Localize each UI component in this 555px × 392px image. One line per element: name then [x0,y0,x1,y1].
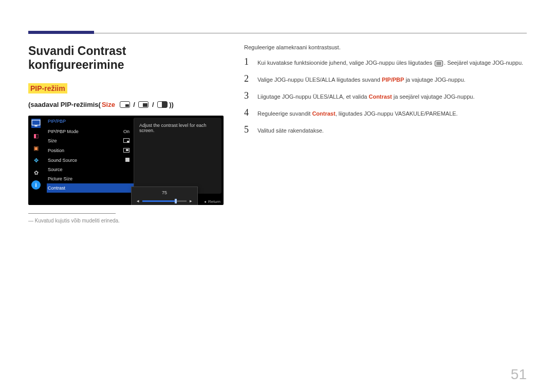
display-tab-icon[interactable] [31,119,41,128]
menu-icon [435,61,443,66]
slider-left-arrow-icon[interactable]: ◂ [137,198,139,203]
menu-item-picture-size[interactable]: Picture Size [47,174,134,183]
slider-fill [142,200,176,202]
info-tab-icon[interactable]: i [31,180,41,190]
size-glyph-icon [123,138,130,143]
step-post: ja vajutage JOG-nuppu. [404,77,465,83]
size-small-icon [120,101,130,108]
menu-item-size[interactable]: Size [47,136,134,146]
step-post: , liigutades JOG-nuppu VASAKULE/PAREMALE… [336,110,458,117]
step-number: 2 [244,73,250,84]
menu-item-position[interactable]: Position [47,146,134,156]
menu-item-sound[interactable]: Sound Source [47,156,134,165]
subtitle-prefix: (saadaval PIP-režiimis( [28,101,101,108]
subtitle-size-word: Size [102,101,115,108]
menu-item-contrast[interactable]: Contrast [47,183,134,193]
menu-item-mode[interactable]: PIP/PBP Mode On [47,127,134,136]
svg-rect-0 [32,120,40,125]
footnote: ― Kuvatud kujutis võib mudeliti erineda. [28,218,224,223]
slider-thumb[interactable] [175,199,177,203]
step-pre: Valitud säte rakendatakse. [257,127,324,134]
step-item: 2 Valige JOG-nuppu ÜLES/ALLA liigutades … [244,73,527,84]
step-item: 4 Reguleerige suvandit Contrast, liiguta… [244,107,527,118]
row-label: Contrast [48,185,65,191]
contrast-slider-popup: 75 ◂ ▸ [131,186,198,205]
row-label: Position [48,148,64,154]
header-rule [28,31,527,34]
step-text: Valige JOG-nuppu ÜLES/ALLA liigutades su… [257,77,466,83]
row-value [123,138,130,144]
step-text: Liigutage JOG-nuppu ÜLES/ALLA, et valida… [257,94,475,100]
step-number: 1 [244,57,250,67]
pos-glyph-icon [123,148,130,153]
row-label: Source [48,167,63,172]
osd-menu-list: PIP/PBP PIP/PBP Mode On Size Position [44,116,134,196]
step-number: 4 [244,107,250,118]
settings-tab-icon[interactable]: ✿ [31,168,41,177]
step-text: Reguleerige suvandit Contrast, liigutade… [257,110,458,117]
slash2: / [150,101,156,108]
pip-mode-badge: PIP-režiim [28,83,67,94]
osd-sidebar: ◧ ▣ ✥ ✿ i [28,116,44,196]
step-highlight: Contrast [368,94,392,100]
step-pre: Valige JOG-nuppu ÜLES/ALLA liigutades su… [257,77,382,83]
accent-bar [28,31,94,34]
step-item: 5 Valitud säte rakendatakse. [244,124,527,135]
slash: / [132,101,137,108]
picture-tab-icon[interactable]: ◧ [31,131,41,140]
step-pre: Reguleerige suvandit [257,110,312,117]
row-label: Size [48,138,57,144]
slider-right-arrow-icon[interactable]: ▸ [190,198,192,203]
step-item: 1 Kui kuvatakse funktsioonide juhend, va… [244,57,527,67]
top-divider [94,33,527,33]
row-label: Sound Source [48,158,77,163]
pip-tab-icon[interactable]: ▣ [31,143,41,153]
step-highlight: Contrast [312,110,335,117]
footnote-text: Kuvatud kujutis võib mudeliti erineda. [35,218,120,223]
step-number: 5 [244,124,250,135]
row-value [123,148,130,154]
step-highlight: PIP/PBP [382,77,404,83]
steps-list: 1 Kui kuvatakse funktsioonide juhend, va… [244,57,527,135]
subtitle-suffix: )) [169,101,174,108]
step-text: Kui kuvatakse funktsioonide juhend, vali… [257,60,523,66]
subtitle: (saadaval PIP-režiimis( Size / / )) [28,101,224,108]
page-number: 51 [511,366,527,383]
menu-item-source[interactable]: Source [47,165,134,174]
row-label: PIP/PBP Mode [48,129,79,134]
sound-glyph-icon [125,158,130,162]
step-pre: Liigutage JOG-nuppu ÜLES/ALLA, et valida [257,94,368,100]
row-value [125,158,130,163]
step-item: 3 Liigutage JOG-nuppu ÜLES/ALLA, et vali… [244,90,527,101]
osd-menu: ◧ ▣ ✥ ✿ i PIP/PBP PIP/PBP Mode On Siz [28,116,224,205]
step-pre: Kui kuvatakse funktsioonide juhend, vali… [257,60,434,66]
step-post: ja seejärel vajutage JOG-nuppu. [392,94,475,100]
osd-title: PIP/PBP [47,119,134,124]
slider-value: 75 [137,190,192,195]
footnote-rule [28,213,116,214]
size-half-icon [157,101,168,108]
size-medium-icon [138,101,149,108]
step-text: Valitud säte rakendatakse. [257,127,324,134]
step-post: . Seejärel vajutage JOG-nuppu. [444,60,523,66]
return-label: Return [208,199,220,204]
osd-return[interactable]: Return [204,199,220,204]
svg-rect-1 [34,125,37,126]
row-value: On [123,129,130,134]
move-tab-icon[interactable]: ✥ [31,156,41,165]
page-title: Suvandi Contrast konfigureerimine [28,44,224,72]
description: Reguleerige alamekraani kontrastsust. [244,44,527,50]
osd-help-panel: Adjust the contrast level for each scree… [134,118,221,194]
row-label: Picture Size [48,176,72,181]
step-number: 3 [244,90,250,101]
contrast-slider[interactable] [142,200,187,202]
